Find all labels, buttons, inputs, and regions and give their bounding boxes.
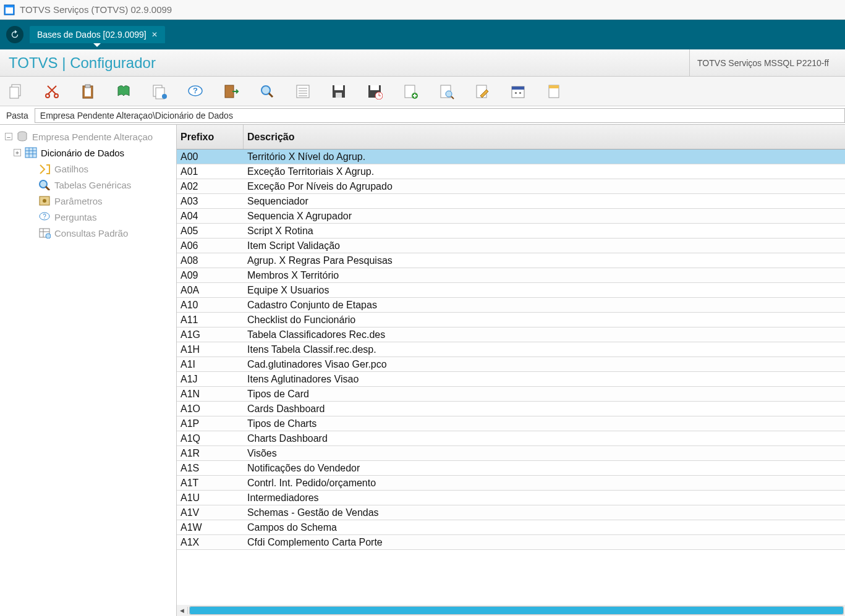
cell-desc: Tabela Classificadores Rec.des	[244, 329, 845, 340]
table-row[interactable]: A1XCfdi Complemento Carta Porte	[177, 535, 845, 550]
book-button[interactable]	[114, 82, 134, 101]
table-row[interactable]: A1VSchemas - Gestão de Vendas	[177, 505, 845, 520]
cell-desc: Tipos de Charts	[244, 418, 845, 429]
table-row[interactable]: A01Exceção Territoriais X Agrup.	[177, 164, 845, 179]
table-row[interactable]: A02Exceção Por Níveis do Agrupado	[177, 179, 845, 194]
table-row[interactable]: A1WCampos do Schema	[177, 520, 845, 535]
cell-prefix: A03	[177, 196, 244, 207]
new-doc-button[interactable]	[401, 82, 420, 101]
table-row[interactable]: A00Território X Nível do Agrup.	[177, 150, 845, 164]
horizontal-scrollbar[interactable]: ◄	[177, 605, 845, 616]
column-header-desc[interactable]: Descrição	[244, 132, 845, 143]
cell-desc: Membros X Território	[244, 270, 845, 281]
cell-prefix: A1S	[177, 463, 244, 474]
tree-item-dicionario[interactable]: + Dicionário de Dados	[2, 145, 174, 161]
tree-item-label: Tabelas Genéricas	[54, 180, 131, 190]
svg-rect-31	[549, 85, 559, 88]
preview-button[interactable]	[436, 82, 456, 101]
svg-point-5	[54, 94, 58, 98]
table-row[interactable]: A11Checklist do Funcionário	[177, 313, 845, 327]
cell-desc: Campos do Schema	[244, 522, 845, 533]
table-row[interactable]: A1JItens Aglutinadores Visao	[177, 372, 845, 387]
cell-desc: Visões	[244, 448, 845, 459]
tree-item[interactable]: ?Perguntas	[2, 209, 174, 225]
table-row[interactable]: A1HItens Tabela Classif.rec.desp.	[177, 342, 845, 357]
blank-doc-button[interactable]	[544, 82, 564, 101]
database-icon	[16, 130, 28, 143]
collapse-icon[interactable]: –	[5, 133, 12, 140]
table-row[interactable]: A1OCards Dashboard	[177, 402, 845, 416]
refresh-button[interactable]	[6, 26, 23, 43]
cell-prefix: A1U	[177, 492, 244, 504]
tree-item-label: Dicionário de Dados	[41, 148, 124, 158]
cell-desc: Tipos de Card	[244, 389, 845, 400]
cell-desc: Cards Dashboard	[244, 403, 845, 415]
table-row[interactable]: A09Membros X Território	[177, 268, 845, 283]
column-header-prefix[interactable]: Prefixo	[177, 125, 244, 149]
save-time-button[interactable]	[365, 82, 384, 101]
cell-prefix: A08	[177, 255, 244, 266]
cell-desc: Notificações do Vendedor	[244, 463, 845, 474]
list-button[interactable]	[293, 82, 313, 101]
window-title: TOTVS Serviços (TOTVS) 02.9.0099	[20, 4, 172, 15]
cell-desc: Checklist do Funcionário	[244, 314, 845, 326]
expand-icon[interactable]: +	[14, 149, 21, 156]
cell-desc: Intermediadores	[244, 492, 845, 504]
cell-prefix: A1I	[177, 359, 244, 370]
save-button[interactable]	[329, 82, 349, 101]
table-row[interactable]: A1TContrl. Int. Pedido/orçamento	[177, 476, 845, 491]
table-row[interactable]: A1GTabela Classificadores Rec.des	[177, 327, 845, 342]
close-icon[interactable]: ✕	[151, 30, 158, 39]
tree-item-icon	[38, 162, 51, 175]
app-header: TOTVS | Configurador TOTVS Serviços MSSQ…	[0, 49, 845, 77]
table-row[interactable]: A1PTipos de Charts	[177, 416, 845, 431]
table-row[interactable]: A1UIntermediadores	[177, 491, 845, 505]
grid-body[interactable]: A00Território X Nível do Agrup.A01Exceçã…	[177, 150, 845, 605]
scroll-track[interactable]	[189, 606, 844, 615]
help-button[interactable]: ?	[185, 82, 205, 101]
tree-item[interactable]: Tabelas Genéricas	[2, 177, 174, 193]
table-row[interactable]: A10Cadastro Conjunto de Etapas	[177, 298, 845, 313]
path-input[interactable]	[35, 108, 845, 123]
path-bar: Pasta	[0, 106, 845, 125]
app-icon	[4, 4, 15, 15]
table-row[interactable]: A1NTipos de Card	[177, 387, 845, 402]
table-row[interactable]: A08Agrup. X Regras Para Pesquisas	[177, 253, 845, 268]
table-row[interactable]: A03Sequenciador	[177, 194, 845, 209]
table-row[interactable]: A1RVisões	[177, 446, 845, 461]
table-row[interactable]: A04Sequencia X Agrupador	[177, 209, 845, 224]
exit-button[interactable]	[221, 82, 241, 101]
tab-bases-de-dados[interactable]: Bases de Dados [02.9.0099] ✕	[30, 26, 165, 43]
calendar-button[interactable]	[508, 82, 528, 101]
svg-text:?: ?	[193, 86, 198, 95]
tree-root[interactable]: – Empresa Pendente Alteraçao	[2, 129, 174, 145]
cut-button[interactable]	[42, 82, 62, 101]
scroll-thumb[interactable]	[190, 607, 843, 614]
cell-desc: Sequenciador	[244, 196, 845, 207]
main-split: – Empresa Pendente Alteraçao + Dicionári…	[0, 125, 845, 616]
search-button[interactable]	[257, 82, 277, 101]
tree-item-label: Consultas Padrão	[54, 228, 128, 238]
tree-item[interactable]: Consultas Padrão	[2, 225, 174, 241]
copy-button[interactable]	[6, 82, 26, 101]
table-row[interactable]: A1ICad.glutinadores Visao Ger.pco	[177, 357, 845, 372]
scroll-left-icon[interactable]: ◄	[177, 607, 188, 614]
cell-desc: Charts Dashboard	[244, 433, 845, 444]
table-row[interactable]: A0AEquipe X Usuarios	[177, 283, 845, 298]
table-row[interactable]: A06Item Script Validação	[177, 238, 845, 253]
paste-button[interactable]	[78, 82, 98, 101]
tree-item-label: Parâmetros	[54, 196, 103, 206]
cell-prefix: A1J	[177, 374, 244, 385]
tree-item[interactable]: Gatilhos	[2, 161, 174, 177]
titlebar: TOTVS Serviços (TOTVS) 02.9.0099	[0, 0, 845, 20]
docs-button[interactable]	[150, 82, 169, 101]
table-row[interactable]: A1QCharts Dashboard	[177, 431, 845, 446]
svg-rect-33	[25, 148, 36, 158]
cell-desc: Cad.glutinadores Visao Ger.pco	[244, 359, 845, 370]
edit-doc-button[interactable]	[472, 82, 492, 101]
svg-rect-14	[225, 85, 234, 98]
table-row[interactable]: A05Script X Rotina	[177, 224, 845, 238]
tree-item-icon	[38, 179, 51, 191]
table-row[interactable]: A1SNotificações do Vendedor	[177, 461, 845, 476]
tree-item[interactable]: Parâmetros	[2, 193, 174, 209]
